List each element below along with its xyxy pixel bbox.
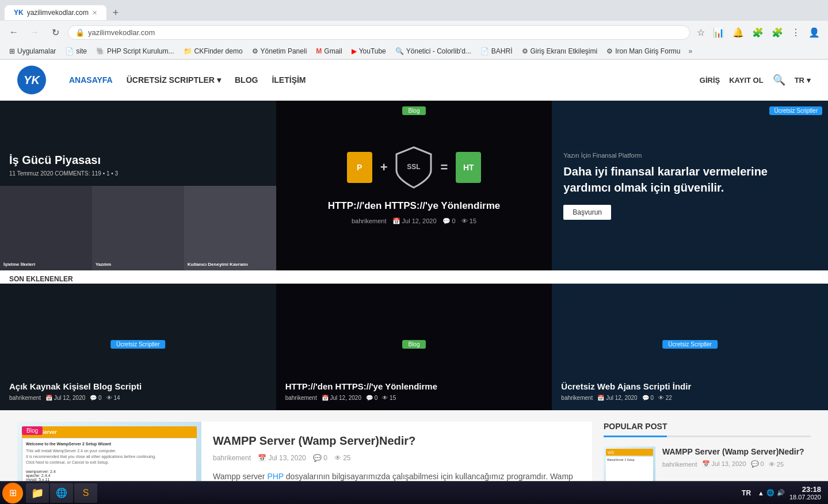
bookmark-btn[interactable]: ☆	[695, 25, 707, 40]
hero-center[interactable]: Blog P + SSL = HT HTTP://'den HTTPS://'y…	[276, 101, 552, 270]
sublime-btn[interactable]: S	[74, 483, 97, 503]
bookmark-bahri[interactable]: 📄 BAHRİ	[477, 46, 516, 56]
svg-text:SSL: SSL	[407, 163, 421, 171]
bookmark-ironman[interactable]: ⚙ Iron Man Giriş Formu	[603, 46, 684, 56]
bookmark-gmail[interactable]: M Gmail	[312, 46, 345, 56]
bar-chart-icon[interactable]: 📊	[711, 25, 727, 40]
site-logo[interactable]: YK	[17, 66, 46, 94]
tray-arrow[interactable]: ▲	[758, 490, 764, 497]
nav-anasayfa[interactable]: ANASAYFA	[69, 75, 113, 85]
carousel-meta-1: bahrikement 📅 Jul 12, 2020 💬 0 👁 14	[9, 395, 267, 401]
ironman-icon: ⚙	[606, 47, 613, 55]
taskbar-sys: TR ▲ 🌐 🔊 23:18 18.07.2020	[737, 485, 826, 501]
lang-text: TR	[795, 76, 804, 85]
hero-left-main[interactable]: İş Gücü Piyasası 11 Temmuz 2020 COMMENTS…	[0, 101, 276, 186]
hero-left: İş Gücü Piyasası 11 Temmuz 2020 COMMENTS…	[0, 101, 276, 270]
windows-icon: ⊞	[9, 487, 17, 498]
giris-icon: ⚙	[522, 47, 528, 55]
ssl-visual: P + SSL = HT	[347, 146, 482, 189]
nav-kayit-btn[interactable]: KAYIT OL	[729, 76, 763, 85]
time-display: 23:18	[789, 485, 821, 494]
taskbar-tray: ▲ 🌐 🔊	[758, 489, 785, 497]
bookmark-giris[interactable]: ⚙ Giriş Ekranı Etkileşimi	[518, 46, 601, 56]
profile-icon[interactable]: 👤	[806, 25, 822, 40]
hero-thumb-2[interactable]: Yazılım	[92, 186, 184, 271]
bookmark-php[interactable]: 🐘 PHP Script Kurulum...	[93, 46, 177, 56]
equals-sign: =	[440, 160, 448, 175]
forward-btn[interactable]: →	[26, 24, 43, 40]
bookmark-bahri-label: BAHRİ	[491, 47, 513, 55]
post-badge-1: Blog	[22, 426, 43, 435]
hero-thumb-1[interactable]: İşletme İlkeleri	[0, 186, 92, 271]
file-explorer-btn[interactable]: 📁	[26, 483, 49, 503]
bookmark-site[interactable]: 📄 site	[62, 46, 90, 56]
nav-iletisim[interactable]: İLETİŞİM	[272, 75, 306, 85]
lang-select[interactable]: TR ▾	[795, 76, 811, 85]
hero-section: İş Gücü Piyasası 11 Temmuz 2020 COMMENTS…	[0, 101, 828, 270]
bookmark-colorlib[interactable]: 🔍 Yönetici - Colorlib'd...	[392, 46, 475, 56]
popular-thumb-1: WS WampServer 2 Setup	[604, 446, 655, 484]
reload-btn[interactable]: ↻	[47, 24, 63, 40]
hero-right[interactable]: Ücretsiz Scriptler Yazın İçin Finansal P…	[552, 101, 828, 270]
carousel-item-2[interactable]: Blog HTTP://'den HTTPS://'ye Yönlendirme…	[276, 284, 552, 410]
carousel-meta-3: bahrikement 📅 Jul 12, 2020 💬 0 👁 22	[561, 395, 819, 401]
taskbar-lang: TR	[742, 489, 751, 497]
more-bookmarks[interactable]: »	[689, 47, 693, 55]
tab-favicon: YK	[14, 9, 24, 17]
bookmark-apps-label: Uygulamalar	[17, 47, 56, 55]
tab-close-btn[interactable]: ✕	[92, 9, 97, 17]
hero-left-content: İş Gücü Piyasası 11 Temmuz 2020 COMMENTS…	[9, 154, 118, 177]
bookmark-gmail-label: Gmail	[324, 47, 342, 55]
tray-speaker: 🔊	[777, 489, 785, 497]
start-btn[interactable]: ⊞	[2, 483, 23, 503]
lock-icon: 🔒	[75, 28, 85, 37]
hero-right-badge: Ücretsiz Scriptler	[769, 106, 822, 115]
carousel-item-3[interactable]: Ücretsiz Scriptler Ücretsiz Web Ajans Sc…	[552, 284, 828, 410]
taskbar-time: 23:18 18.07.2020	[789, 485, 821, 501]
post-date-1: 📅 Jul 13, 2020	[258, 454, 306, 462]
hero-thumb-3[interactable]: Kullanıcı Deneyimi Kavramı	[184, 186, 276, 271]
popular-title-1[interactable]: WAMPP Server (Wamp Server)Nedir?	[662, 446, 811, 457]
hero-left-title: İş Gücü Piyasası	[9, 154, 118, 167]
hero-right-title: Daha iyi finansal kararlar vermelerine y…	[563, 163, 816, 196]
bookmarks-bar: ⊞ Uygulamalar 📄 site 🐘 PHP Script Kurulu…	[0, 44, 828, 59]
carousel-item-1[interactable]: Ücretsiz Scriptler Açık Kaynak Kişisel B…	[0, 284, 276, 410]
nav-ucretsiz-scriptler[interactable]: ÜCRETSİZ SCRIPTLER ▾	[127, 75, 221, 85]
bell-icon[interactable]: 🔔	[730, 25, 746, 40]
search-btn[interactable]: 🔍	[773, 74, 785, 86]
new-tab-btn[interactable]: +	[108, 5, 124, 21]
chrome-btn[interactable]: 🌐	[50, 483, 73, 503]
back-btn[interactable]: ←	[6, 24, 22, 40]
nav-blog[interactable]: BLOG	[235, 75, 258, 85]
popular-info-1: WAMPP Server (Wamp Server)Nedir? bahrike…	[662, 446, 811, 468]
address-text: yazilimvekodlar.com	[88, 28, 155, 37]
bahri-icon: 📄	[480, 47, 489, 55]
address-bar[interactable]: 🔒 yazilimvekodlar.com	[68, 25, 690, 40]
bookmark-youtube[interactable]: ▶ YouTube	[348, 46, 390, 56]
site-nav: ANASAYFA ÜCRETSİZ SCRIPTLER ▾ BLOG İLETİ…	[69, 75, 700, 85]
bookmark-apps[interactable]: ⊞ Uygulamalar	[6, 46, 59, 56]
bookmark-ckfinder[interactable]: 📁 CKFinder demo	[180, 46, 246, 56]
post-title-1[interactable]: WAMPP Server (Wamp Server)Nedir?	[213, 433, 581, 448]
site-icon: 📄	[65, 47, 74, 55]
carousel-section: Ücretsiz Scriptler Açık Kaynak Kişisel B…	[0, 284, 828, 410]
sublime-icon: S	[83, 488, 89, 498]
son-eklenenler-label: SON EKLENENLER	[0, 270, 82, 283]
wamp-mini-content: WampServer 2 Setup	[606, 457, 653, 482]
puzzle-icon[interactable]: 🧩	[769, 25, 785, 40]
browser-tabs: YK yazilimvekodlar.com ✕ +	[0, 0, 828, 21]
hero-right-btn[interactable]: Başvurun	[563, 205, 611, 220]
menu-icon[interactable]: ⋮	[789, 25, 803, 40]
gmail-icon: M	[316, 47, 322, 55]
php-link[interactable]: PHP	[267, 472, 284, 481]
shield-svg: SSL	[395, 146, 432, 189]
bookmark-giris-label: Giriş Ekranı Etkileşimi	[531, 47, 598, 55]
plus-sign: +	[380, 160, 388, 175]
extension-icon[interactable]: 🧩	[750, 25, 766, 40]
popular-thumb-img-1: WS WampServer 2 Setup	[604, 446, 655, 484]
popular-post-header: POPULAR POST	[604, 422, 811, 437]
active-tab[interactable]: YK yazilimvekodlar.com ✕	[5, 5, 106, 20]
hero-center-comments: 💬 0	[442, 217, 456, 225]
bookmark-yonetim[interactable]: ⚙ Yönetim Paneli	[249, 46, 311, 56]
nav-giris-btn[interactable]: GİRİŞ	[700, 76, 720, 85]
